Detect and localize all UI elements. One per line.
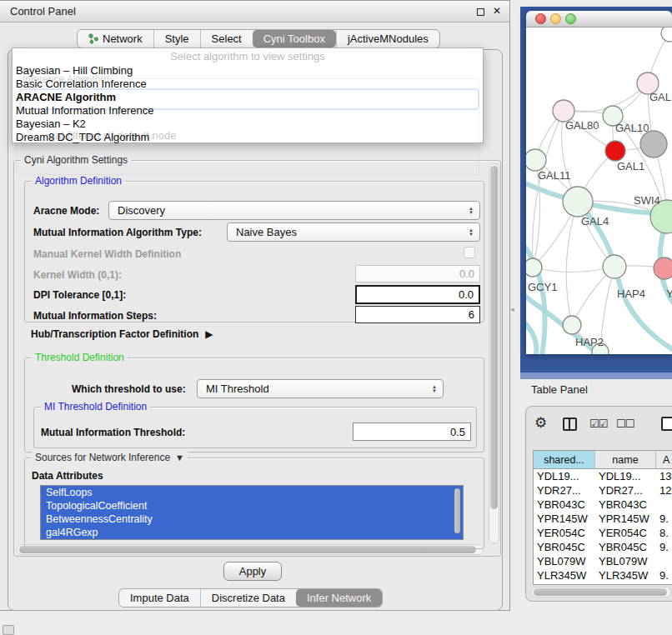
table-cell[interactable] (656, 498, 672, 512)
tab-cyni-toolbox[interactable]: Cyni Toolbox (253, 30, 336, 48)
network-node-hap2[interactable] (563, 316, 581, 334)
table-horizontal-scrollbar[interactable] (531, 587, 671, 598)
gear-icon[interactable]: ⚙ (534, 414, 547, 432)
network-node-gal4[interactable] (563, 187, 593, 217)
column-header-name[interactable]: name (595, 451, 656, 469)
table-row[interactable]: YER054CYER054C8. (534, 526, 672, 540)
dpi-tolerance-input[interactable] (355, 285, 480, 304)
mi-algorithm-type-select[interactable]: Naive Bayes ▲▼ (227, 222, 480, 242)
table-cell[interactable]: 9. (656, 512, 672, 526)
table-cell[interactable]: YIL052C (595, 582, 656, 585)
mi-threshold-input[interactable] (353, 422, 471, 441)
panel-corner-button[interactable] (3, 625, 14, 635)
mi-steps-input[interactable] (355, 306, 480, 323)
table-cell[interactable]: YBR045C (534, 540, 595, 554)
table-cell[interactable]: YLR345W (534, 568, 595, 582)
table-cell[interactable]: 9. (656, 540, 672, 554)
attribute-item-selected[interactable]: SelfLoops (41, 486, 463, 499)
network-node-hap4[interactable] (603, 255, 626, 278)
new-table-icon[interactable] (661, 417, 672, 431)
network-canvas[interactable]: GALGAL80GAL10GAL1GAL11GAL4SWI4GCY1HAP4YH… (526, 28, 672, 354)
table-row[interactable]: YBR043CYBR043C (534, 498, 672, 512)
table-cell[interactable]: YDR27... (534, 483, 595, 498)
table-row[interactable]: YLR345WYLR345W9. (534, 568, 672, 582)
table-cell[interactable]: YDL19... (595, 469, 656, 483)
column-header-shared-name[interactable]: shared... (534, 451, 595, 469)
algorithm-option-selected[interactable]: ARACNE Algorithm (16, 91, 116, 104)
tab-impute-data[interactable]: Impute Data (119, 589, 200, 607)
list-scrollbar-thumb[interactable] (454, 488, 460, 533)
network-node-salmon[interactable] (654, 258, 672, 279)
algorithm-option[interactable]: Bayesian – Hill Climbing (16, 64, 133, 78)
attribute-item-selected[interactable]: BetweennessCentrality (41, 512, 463, 526)
table-cell[interactable]: YER054C (595, 526, 656, 540)
settings-vertical-scrollbar[interactable] (489, 163, 499, 543)
table-cell[interactable]: 9. (656, 568, 672, 582)
network-edge[interactable] (533, 267, 614, 272)
minimize-traffic-icon[interactable] (550, 13, 561, 24)
table-row[interactable]: YDR27...YDR27...12 (534, 483, 672, 498)
table-cell[interactable]: YER054C (534, 526, 595, 540)
close-icon[interactable]: ✕ (493, 5, 501, 17)
table-row[interactable]: YBR045CYBR045C9. (534, 540, 672, 554)
control-panel-titlebar[interactable]: Control Panel ✕ (0, 1, 509, 22)
network-node-hub-gray[interactable] (640, 131, 667, 158)
table-cell[interactable]: YBL079W (595, 554, 656, 568)
algorithm-option[interactable]: Basic Correlation Inference (16, 78, 147, 91)
network-view-window[interactable]: GALGAL80GAL10GAL1GAL11GAL4SWI4GCY1HAP4YH… (526, 11, 672, 354)
kernel-width-input[interactable] (355, 265, 480, 282)
network-node-gal1[interactable] (605, 141, 625, 161)
table-cell[interactable]: YDR27... (595, 483, 656, 498)
table-cell[interactable]: YBL079W (534, 554, 595, 568)
table-cell[interactable]: 0 (656, 582, 672, 585)
table-cell[interactable]: YPR145W (534, 512, 595, 526)
apply-button[interactable]: Apply (223, 562, 282, 581)
network-edge-highlighted[interactable] (526, 315, 536, 354)
attribute-item-selected[interactable]: TopologicalCoefficient (41, 499, 463, 512)
table-row[interactable]: YPR145WYPR145W9. (534, 512, 672, 526)
collapsed-arrow-icon[interactable]: ▶ (205, 328, 213, 340)
table-cell[interactable]: YDL19... (534, 469, 595, 483)
scrollbar-thumb[interactable] (534, 588, 667, 596)
table-cell[interactable]: YIL052C (534, 582, 595, 585)
network-node-gal11[interactable] (526, 149, 546, 171)
table-cell[interactable]: YBR043C (534, 498, 595, 512)
deselect-all-columns-icon[interactable]: ☐☐ (616, 418, 634, 430)
select-all-columns-icon[interactable]: ☑☑ (589, 418, 607, 430)
close-traffic-icon[interactable] (535, 13, 546, 24)
tab-infer-network[interactable]: Infer Network (296, 589, 382, 607)
table-row[interactable]: YBL079WYBL079W (534, 554, 672, 568)
tab-jactivemnodules[interactable]: jActiveMNodules (336, 30, 439, 48)
float-window-icon[interactable] (477, 8, 484, 16)
algorithm-option[interactable]: Bayesian – K2 (16, 118, 86, 131)
attribute-item-selected[interactable]: gal4RGexp (41, 526, 463, 539)
table-cell[interactable]: YPR145W (595, 512, 656, 526)
hub-definition-section[interactable]: Hub/Transcription Factor Definition ▶ (31, 328, 213, 340)
tab-select[interactable]: Select (200, 30, 253, 48)
table-row[interactable]: YIL052CYIL052C0 (534, 582, 672, 585)
table-cell[interactable]: YLR345W (595, 568, 656, 582)
aracne-mode-select[interactable]: Discovery ▲▼ (108, 201, 480, 220)
tab-discretize-data[interactable]: Discretize Data (200, 589, 296, 607)
table-cell[interactable]: 13 (656, 469, 672, 483)
manual-kernel-width-checkbox[interactable] (464, 247, 475, 258)
table-cell[interactable]: YBR043C (595, 498, 656, 512)
table-cell[interactable]: YBR045C (595, 540, 656, 554)
algorithm-option[interactable]: Dream8 DC_TDC Algorithm (16, 131, 149, 144)
network-graph[interactable]: GALGAL80GAL10GAL1GAL11GAL4SWI4GCY1HAP4YH… (526, 28, 672, 354)
network-window-titlebar[interactable] (526, 11, 672, 28)
splitter-collapse-icon[interactable]: ◂ (510, 305, 514, 313)
data-attributes-list[interactable]: SelfLoops TopologicalCoefficient Between… (40, 485, 464, 540)
scrollbar-thumb[interactable] (490, 166, 498, 509)
column-header-partial[interactable]: A (656, 451, 672, 469)
algorithm-option[interactable]: Mutual Information Inference (16, 104, 153, 118)
which-threshold-select[interactable]: MI Threshold ▲▼ (197, 379, 444, 398)
expanded-arrow-icon[interactable]: ▼ (175, 452, 184, 462)
table-cell[interactable]: 8. (656, 526, 672, 540)
network-edge[interactable] (564, 83, 648, 112)
network-node-gcy1[interactable] (526, 258, 542, 277)
table-cell[interactable]: 12 (656, 483, 672, 498)
tab-style[interactable]: Style (153, 30, 200, 48)
tab-network[interactable]: Network (78, 30, 153, 48)
columns-icon[interactable] (563, 418, 577, 431)
